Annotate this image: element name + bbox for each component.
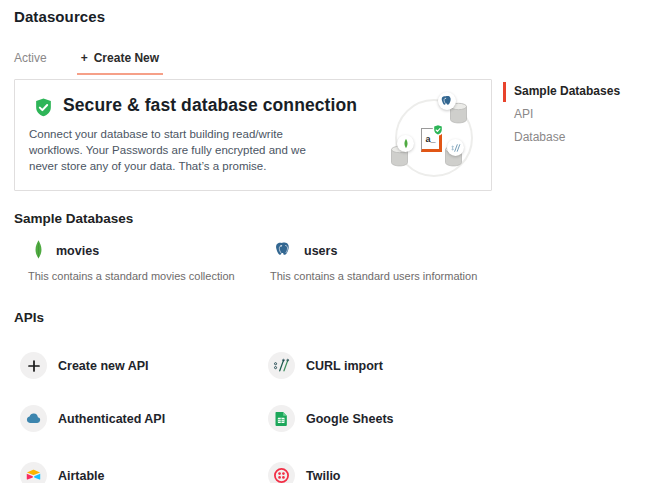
api-card-authenticated-api[interactable]: Authenticated API	[20, 405, 165, 432]
sample-databases-heading: Sample Databases	[14, 211, 133, 226]
datasources-page: Datasources Active +Create New Secure & …	[0, 0, 650, 483]
mongodb-icon	[397, 135, 414, 152]
sample-db-card-head: movies	[28, 240, 263, 262]
api-card-label: CURL import	[306, 359, 383, 373]
sample-db-description: This contains a standard users informati…	[270, 270, 505, 282]
curl-icon	[447, 139, 464, 156]
shield-check-icon	[432, 122, 444, 140]
api-card-google-sheets[interactable]: Google Sheets	[268, 405, 394, 432]
page-title: Datasources	[14, 8, 105, 25]
banner-heading: Secure & fast database connection	[63, 95, 357, 116]
airtable-icon	[20, 462, 47, 483]
sample-db-card-head: users	[270, 240, 505, 262]
api-card-label: Twilio	[306, 469, 341, 483]
api-card-label: Google Sheets	[306, 412, 394, 426]
tab-create-new-label: Create New	[94, 51, 159, 65]
api-card-label: Create new API	[58, 359, 149, 373]
twilio-icon	[268, 462, 295, 483]
nav-item-sample-databases[interactable]: Sample Databases	[514, 84, 620, 98]
shield-check-icon	[33, 97, 54, 122]
apis-heading: APIs	[14, 310, 44, 325]
mongodb-icon	[33, 239, 44, 264]
tab-bar: Active +Create New	[14, 51, 163, 75]
tab-create-new[interactable]: +Create New	[77, 51, 163, 75]
active-section-indicator	[503, 82, 506, 102]
banner-body-text: Connect your database to start building …	[29, 126, 335, 174]
plus-icon: +	[81, 51, 88, 65]
postgresql-icon	[438, 92, 456, 110]
sample-db-card-users[interactable]: users This contains a standard users inf…	[270, 240, 505, 282]
api-card-label: Authenticated API	[58, 412, 165, 426]
sample-db-card-movies[interactable]: movies This contains a standard movies c…	[28, 240, 263, 282]
nav-item-database[interactable]: Database	[514, 130, 565, 144]
api-card-create-new-api[interactable]: Create new API	[20, 352, 149, 379]
tab-active-label: Active	[14, 51, 47, 65]
api-card-curl-import[interactable]: CURL import	[268, 352, 383, 379]
api-card-label: Airtable	[58, 469, 105, 483]
plus-icon	[20, 352, 47, 379]
curl-icon	[268, 352, 295, 379]
tab-active-datasources[interactable]: Active	[14, 51, 47, 73]
sample-db-title: users	[304, 244, 337, 258]
api-card-airtable[interactable]: Airtable	[20, 462, 105, 483]
cloud-icon	[20, 405, 47, 432]
api-card-twilio[interactable]: Twilio	[268, 462, 341, 483]
postgresql-icon	[275, 241, 292, 262]
secure-connection-banner: Secure & fast database connection Connec…	[14, 79, 492, 191]
sample-db-title: movies	[56, 244, 99, 258]
google-sheets-icon	[268, 405, 295, 432]
sample-db-description: This contains a standard movies collecti…	[28, 270, 263, 282]
nav-item-api[interactable]: API	[514, 107, 533, 121]
